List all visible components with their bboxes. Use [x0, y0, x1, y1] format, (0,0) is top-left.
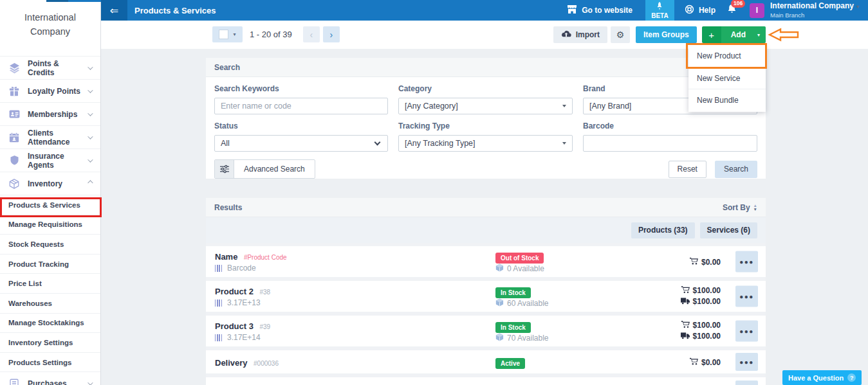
sidebar-subitem-inventory-settings[interactable]: Inventory Settings [0, 332, 100, 352]
status-value: All [221, 139, 230, 148]
select-all-dropdown[interactable]: ▾ [212, 26, 243, 42]
chevron-down-icon [88, 64, 93, 69]
calendar-icon [8, 131, 21, 144]
help-link[interactable]: Help [685, 4, 716, 16]
status-select[interactable]: All [214, 135, 388, 152]
row-actions-button[interactable]: ●●● [735, 251, 758, 273]
sidebar-item-points-credits[interactable]: Points & Credits [0, 56, 100, 79]
search-button[interactable]: Search [715, 161, 757, 178]
price-value: $0.00 [701, 357, 721, 366]
box-icon [8, 177, 21, 190]
cart-icon [681, 319, 690, 331]
barcode-icon [215, 300, 223, 307]
sidebar-submenu: Products & Services Manage Requisitions … [0, 195, 100, 372]
collapse-sidebar-button[interactable]: ⇐ [101, 0, 127, 21]
add-label: Add [721, 26, 755, 43]
sliders-icon [215, 160, 234, 178]
sidebar-subitem-products-services[interactable]: Products & Services [0, 195, 100, 215]
sidebar-item-memberships[interactable]: Memberships [0, 102, 100, 125]
import-label: Import [576, 30, 600, 39]
page-title: Products & Services [134, 6, 216, 15]
row-actions-button[interactable]: ●●● [735, 381, 758, 385]
row-actions-button[interactable]: ●●● [735, 321, 758, 342]
account-branch: Main Branch [770, 11, 859, 19]
sidebar-subitem-label: Products & Services [8, 201, 80, 209]
sidebar-item-insurance-agents[interactable]: Insurance Agents [0, 148, 100, 172]
toolbar-left: ▾ 1 - 20 of 39 ‹ › [212, 26, 340, 42]
status-badge: In Stock [495, 322, 531, 333]
product-row[interactable]: Product 2 #38 3.17E+13 In Stock 60 Avail… [206, 281, 766, 312]
chevron-down-icon [562, 142, 566, 145]
chevron-down-icon [374, 139, 381, 146]
sidebar-item-label: Points & Credits [28, 59, 88, 77]
price-column: $0.00 [631, 256, 721, 267]
top-edge-strip [68, 0, 101, 2]
sidebar-subitem-label: Product Tracking [8, 260, 69, 268]
sort-by-button[interactable]: Sort By ▲▼ [723, 203, 757, 212]
go-to-website-link[interactable]: Go to website [567, 5, 633, 16]
brand-line2: Company [0, 24, 100, 39]
notifications-button[interactable]: 106 [727, 4, 737, 17]
barcode-value: 3.17E+14 [227, 333, 261, 342]
product-row[interactable]: Delivery #000036 Active $0.00 ●●● [206, 350, 766, 373]
have-a-question-button[interactable]: Have a Question ? [782, 370, 862, 385]
reset-button[interactable]: Reset [669, 161, 706, 178]
tab-services-[interactable]: Services (6) [700, 222, 757, 238]
search-keywords-input[interactable] [214, 98, 388, 114]
beta-badge: BETA [645, 0, 674, 21]
prev-page-button[interactable]: ‹ [303, 26, 320, 42]
sidebar-subitem-price-list[interactable]: Price List [0, 273, 100, 293]
add-menu-item-new-bundle[interactable]: New Bundle [688, 89, 766, 112]
chevron-down-icon [88, 111, 93, 116]
chevron-down-icon [562, 105, 566, 107]
barcode-value: 3.17E+13 [227, 298, 261, 307]
row-actions-button[interactable]: ●●● [735, 286, 758, 307]
row-actions-button[interactable]: ●●● [735, 353, 758, 371]
advanced-search-label: Advanced Search [234, 160, 315, 178]
add-button[interactable]: + Add ▾ [702, 26, 766, 43]
import-button[interactable]: Import [553, 26, 607, 43]
sidebar-subitem-manage-requisitions[interactable]: Manage Requisitions [0, 215, 100, 235]
advanced-search-button[interactable]: Advanced Search [214, 159, 315, 179]
tracking-type-label: Tracking Type [398, 121, 573, 130]
sidebar-item-loyalty-points[interactable]: Loyalty Points [0, 79, 100, 102]
results-panel: Results Sort By ▲▼ Products (33)Services… [206, 198, 766, 385]
product-name: Name [215, 252, 237, 262]
avatar[interactable]: I [750, 3, 764, 18]
header-right: Go to website BETA Help 106 I Internatio… [567, 0, 868, 21]
sidebar-subitem-stock-requests[interactable]: Stock Requests [0, 234, 100, 254]
tab-products-[interactable]: Products (33) [631, 222, 695, 238]
sidebar-subitem-products-settings[interactable]: Products Settings [0, 352, 100, 372]
sidebar-item-purchases[interactable]: Purchases [0, 372, 100, 385]
tracking-type-select[interactable]: [Any Tracking Type] [398, 135, 573, 152]
sidebar-subitem-manage-stocktakings[interactable]: Manage Stocktakings [0, 313, 100, 333]
cube-icon [495, 263, 504, 274]
question-mark-icon: ? [847, 373, 856, 382]
price-value: $100.00 [693, 286, 721, 295]
add-menu-item-new-service[interactable]: New Service [688, 67, 766, 90]
sidebar-item-inventory[interactable]: Inventory [0, 172, 100, 195]
sidebar-subitem-warehouses[interactable]: Warehouses [0, 293, 100, 313]
next-page-button[interactable]: › [323, 26, 340, 42]
purchases-icon [8, 377, 21, 385]
sidebar-item-clients-attendance[interactable]: Clients Attendance [0, 125, 100, 148]
item-groups-button[interactable]: Item Groups [636, 26, 697, 43]
product-code: #39 [259, 323, 270, 330]
product-row[interactable]: Product 3 #39 3.17E+14 In Stock 70 Avail… [206, 316, 766, 346]
sidebar-subitem-product-tracking[interactable]: Product Tracking [0, 254, 100, 274]
cloud-upload-icon [561, 30, 571, 40]
add-menu-item-new-product[interactable]: New Product [688, 45, 766, 67]
barcode-input[interactable] [583, 135, 757, 152]
results-panel-header: Results Sort By ▲▼ [206, 198, 766, 217]
select-all-checkbox[interactable] [219, 30, 228, 39]
chevron-down-icon: ▾ [755, 26, 766, 43]
settings-button[interactable]: ⚙ [611, 26, 630, 43]
product-row[interactable]: Name #Product Code Barcode Out of Stock … [206, 246, 766, 277]
category-select[interactable]: [Any Category] [398, 98, 573, 114]
sidebar-item-label: Inventory [28, 179, 88, 188]
category-value: [Any Category] [405, 102, 458, 111]
cube-icon [495, 298, 504, 309]
sidebar-subitem-label: Inventory Settings [8, 339, 73, 346]
account-menu[interactable]: International Company▾ Main Branch [770, 2, 859, 19]
brand-value: [Any Brand] [589, 102, 631, 111]
